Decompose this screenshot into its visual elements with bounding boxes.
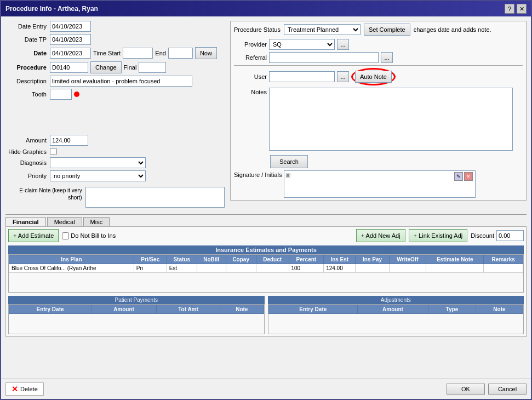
date-tp-row: Date TP bbox=[5, 34, 225, 45]
close-button[interactable]: ✕ bbox=[517, 4, 527, 14]
referral-input[interactable] bbox=[269, 52, 379, 63]
patient-payments-header: Patient Payments bbox=[8, 296, 265, 304]
table-row[interactable]: Blue Cross Of Califo... (Ryan Arthe Pri … bbox=[9, 264, 523, 273]
col-ins-plan: Ins Plan bbox=[9, 255, 134, 264]
tooth-input[interactable] bbox=[50, 89, 72, 100]
cell-ins-est: 124.00 bbox=[324, 264, 356, 273]
adj-col-entry-date: Entry Date bbox=[268, 305, 358, 314]
cell-status: Est bbox=[167, 264, 197, 273]
search-row: Search bbox=[270, 153, 523, 168]
cell-deduct bbox=[256, 264, 289, 273]
tooth-label: Tooth bbox=[5, 91, 47, 98]
delete-icon: ✕ bbox=[12, 385, 18, 393]
signature-delete-button[interactable]: ✕ bbox=[464, 172, 473, 181]
patient-payments-table-container[interactable]: Entry Date Amount Tot Amt Note bbox=[8, 304, 265, 334]
pp-col-entry-date: Entry Date bbox=[9, 305, 91, 314]
discount-input[interactable] bbox=[496, 230, 524, 241]
ok-button[interactable]: OK bbox=[447, 384, 485, 395]
notes-textarea[interactable] bbox=[269, 88, 513, 151]
priority-select[interactable]: no priority bbox=[50, 170, 146, 181]
signature-edit-button[interactable]: ✎ bbox=[454, 172, 463, 181]
discount-label: Discount bbox=[471, 232, 494, 239]
tooth-indicator bbox=[74, 92, 79, 97]
col-pri-sec: Pri/Sec bbox=[134, 255, 167, 264]
description-row: Description bbox=[5, 76, 225, 87]
date-input[interactable] bbox=[50, 48, 91, 59]
main-content: Date Entry Date TP Date Time Start End N… bbox=[1, 16, 531, 379]
procedure-status-label: Procedure Status bbox=[234, 26, 281, 33]
bottom-tables: Patient Payments Entry Date Amount Tot A… bbox=[8, 296, 524, 334]
change-button[interactable]: Change bbox=[90, 61, 122, 73]
auto-note-button[interactable]: Auto Note bbox=[355, 71, 392, 83]
date-label: Date bbox=[5, 50, 47, 56]
link-existing-adj-button[interactable]: + Link Existing Adj bbox=[409, 229, 468, 242]
referral-row: Referral ... bbox=[234, 52, 523, 63]
col-deduct: Deduct bbox=[256, 255, 289, 264]
adjustments-header: Adjustments bbox=[268, 296, 524, 304]
auto-note-ring: Auto Note bbox=[351, 68, 396, 85]
procedure-label: Procedure bbox=[5, 64, 47, 71]
window-controls: ? ✕ bbox=[505, 4, 527, 14]
provider-row: Provider SQ ... bbox=[234, 39, 523, 50]
main-window: Procedure Info - Arthea, Ryan ? ✕ Date E… bbox=[0, 0, 532, 400]
user-input[interactable] bbox=[269, 71, 335, 82]
cancel-button[interactable]: Cancel bbox=[488, 384, 527, 395]
do-not-bill-label: Do Not Bill to Ins bbox=[62, 232, 116, 239]
tab-misc[interactable]: Misc bbox=[83, 217, 110, 226]
final-label: Final bbox=[124, 64, 137, 71]
procedure-input[interactable] bbox=[50, 62, 88, 73]
add-estimate-button[interactable]: + Add Estimate bbox=[8, 229, 59, 242]
pp-col-tot-amt: Tot Amt bbox=[156, 305, 220, 314]
tab-financial[interactable]: Financial bbox=[5, 217, 46, 226]
col-writeoff: WriteOff bbox=[389, 255, 426, 264]
user-row: User ... Auto Note bbox=[234, 68, 523, 85]
adjustments-section: Adjustments Entry Date Amount Type Note bbox=[268, 296, 524, 334]
window-title: Procedure Info - Arthea, Ryan bbox=[5, 5, 98, 13]
referral-ellipsis-button[interactable]: ... bbox=[381, 52, 393, 63]
add-new-adj-button[interactable]: + Add New Adj bbox=[356, 229, 405, 242]
referral-label: Referral bbox=[234, 54, 267, 61]
provider-ellipsis-button[interactable]: ... bbox=[337, 39, 349, 50]
final-input[interactable] bbox=[139, 62, 166, 73]
left-panel: Date Entry Date TP Date Time Start End N… bbox=[5, 21, 225, 210]
diagnosis-select[interactable] bbox=[50, 157, 146, 168]
user-ellipsis-button[interactable]: ... bbox=[337, 71, 349, 82]
col-estimate-note: Estimate Note bbox=[426, 255, 484, 264]
now-button[interactable]: Now bbox=[195, 47, 217, 59]
description-input[interactable] bbox=[50, 76, 192, 87]
time-start-input[interactable] bbox=[123, 48, 153, 59]
delete-button[interactable]: ✕ Delete bbox=[5, 382, 44, 396]
procedure-row: Procedure Change Final bbox=[5, 61, 225, 73]
adjustments-table-container[interactable]: Entry Date Amount Type Note bbox=[268, 304, 524, 334]
eclaim-textarea[interactable] bbox=[85, 187, 225, 208]
date-entry-input[interactable] bbox=[50, 21, 91, 32]
title-bar: Procedure Info - Arthea, Ryan ? ✕ bbox=[1, 1, 531, 16]
top-section: Date Entry Date TP Date Time Start End N… bbox=[5, 21, 527, 210]
end-input[interactable] bbox=[168, 48, 193, 59]
col-status: Status bbox=[167, 255, 197, 264]
date-row: Date Time Start End Now bbox=[5, 47, 225, 59]
do-not-bill-checkbox[interactable] bbox=[62, 232, 69, 239]
hide-graphics-checkbox[interactable] bbox=[50, 148, 57, 155]
adjustments-table: Entry Date Amount Type Note bbox=[268, 305, 524, 314]
date-entry-label: Date Entry bbox=[5, 23, 47, 30]
cell-estimate-note bbox=[426, 264, 484, 273]
right-main-panel: Procedure Status Treatment Planned Compl… bbox=[230, 21, 527, 201]
procedure-status-select[interactable]: Treatment Planned Complete Existing Refe… bbox=[284, 24, 361, 35]
tab-medical[interactable]: Medical bbox=[47, 217, 82, 226]
search-button[interactable]: Search bbox=[270, 155, 308, 168]
notes-row: Notes bbox=[234, 88, 523, 151]
provider-select[interactable]: SQ bbox=[269, 39, 335, 50]
diagnosis-row: Diagnosis bbox=[5, 157, 225, 168]
help-button[interactable]: ? bbox=[505, 4, 514, 14]
col-no-bill: NoBill bbox=[197, 255, 226, 264]
eclaim-label: E-claim Note (keep it very short) bbox=[5, 187, 82, 201]
adj-col-type: Type bbox=[428, 305, 476, 314]
tooth-row: Tooth bbox=[5, 89, 225, 100]
amount-input[interactable] bbox=[50, 135, 88, 146]
financial-section: + Add Estimate Do Not Bill to Ins + Add … bbox=[5, 226, 527, 337]
date-tp-input[interactable] bbox=[50, 34, 91, 45]
insurance-table-container[interactable]: Ins Plan Pri/Sec Status NoBill Copay Ded… bbox=[8, 254, 524, 293]
set-complete-button[interactable]: Set Complete bbox=[364, 24, 410, 36]
time-start-label: Time Start bbox=[93, 50, 121, 56]
